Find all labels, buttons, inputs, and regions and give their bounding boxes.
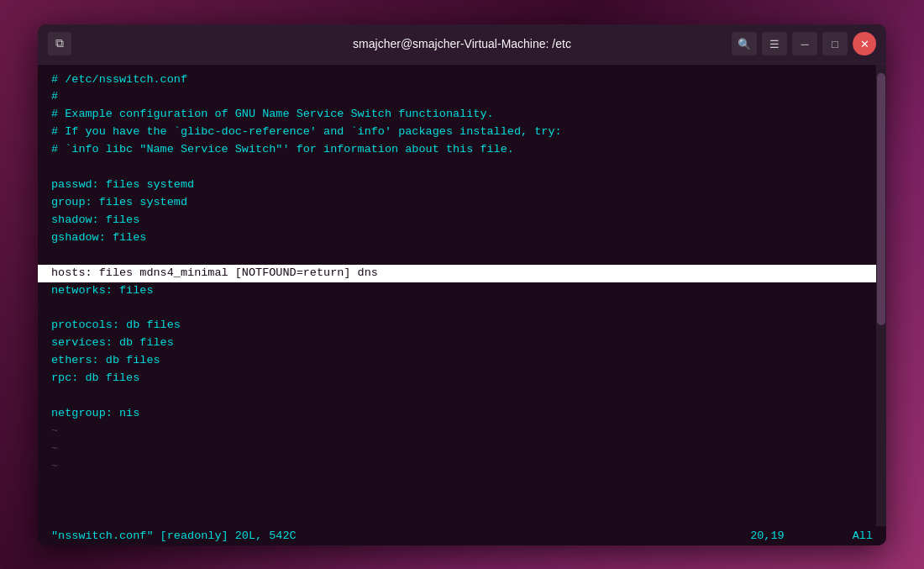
search-button[interactable]: 🔍 [732,32,757,55]
title-bar-left: ⧉ [48,32,71,55]
window-title: smajcher@smajcher-Virtual-Machine: /etc [353,37,571,50]
terminal-line: services: db files [38,335,876,352]
terminal-line: ethers: db files [38,352,876,370]
terminal-line: ~ [38,440,876,458]
close-button[interactable]: ✕ [853,32,876,55]
status-position: 20,19 [750,529,785,542]
terminal-line: # `info libc "Name Service Switch"' for … [38,141,876,159]
terminal-content[interactable]: # /etc/nsswitch.conf # # Example configu… [38,65,876,526]
terminal-line: gshadow: files [38,229,876,247]
terminal-line [38,159,876,176]
terminal-line: shadow: files [38,212,876,229]
terminal-line: passwd: files systemd [38,176,876,194]
terminal-line: # If you have the `glibc-doc-reference' … [38,124,876,141]
terminal-line: netgroup: nis [38,405,876,423]
terminal-line: rpc: db files [38,370,876,387]
terminal-line: protocols: db files [38,317,876,335]
status-right: 20,19 All [750,529,873,542]
terminal-icon: ⧉ [48,32,71,55]
terminal-line: # /etc/nsswitch.conf [38,71,876,89]
window-controls: 🔍 ☰ ─ □ ✕ [732,32,876,55]
terminal-window: ⧉ smajcher@smajcher-Virtual-Machine: /et… [38,24,886,545]
status-bar: "nsswitch.conf" [readonly] 20L, 542C 20,… [38,526,886,545]
terminal-line [38,299,876,317]
terminal-line: hosts: files mdns4_minimal [NOTFOUND=ret… [38,265,876,282]
terminal-body: # /etc/nsswitch.conf # # Example configu… [38,65,886,526]
minimize-button[interactable]: ─ [792,32,817,55]
title-bar: ⧉ smajcher@smajcher-Virtual-Machine: /et… [38,24,886,65]
terminal-line: networks: files [38,282,876,300]
scrollbar[interactable] [876,65,886,526]
status-left: "nsswitch.conf" [readonly] 20L, 542C [51,529,297,542]
maximize-button[interactable]: □ [822,32,848,55]
status-all: All [853,529,873,542]
terminal-line [38,387,876,405]
terminal-line: ~ [38,458,876,476]
terminal-line: group: files systemd [38,194,876,212]
terminal-line: # [38,88,876,106]
terminal-line: # Example configuration of GNU Name Serv… [38,106,876,124]
terminal-line [38,247,876,265]
terminal-line: ~ [38,423,876,440]
scrollbar-thumb[interactable] [877,73,885,325]
menu-button[interactable]: ☰ [762,32,787,55]
